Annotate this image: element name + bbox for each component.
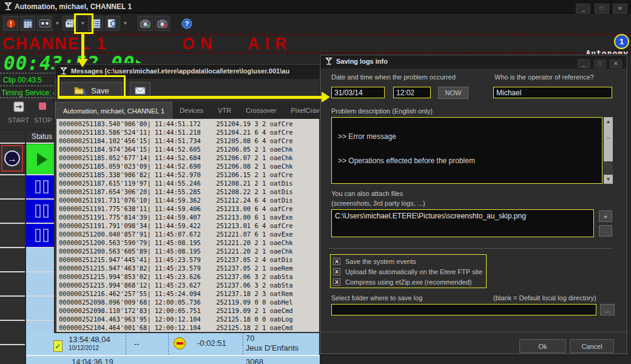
log-row[interactable]: 000000251187.615'119'97| 11:44:55.246 25… — [59, 179, 319, 187]
log-row[interactable]: 000000251191.775'638'11| 11:44:59.406 25… — [59, 204, 319, 213]
cued-marker-box: → — [1, 145, 23, 172]
log-row[interactable]: 000000251200.563'590'79| 11:45:08.195 25… — [59, 238, 319, 247]
folder-input[interactable] — [331, 304, 596, 315]
start-button[interactable]: START — [8, 116, 29, 124]
log-row[interactable]: 000000251215.947'445'41| 11:45:23.579 25… — [59, 255, 319, 264]
now-button[interactable]: NOW — [438, 87, 468, 99]
checkbox-label: Save the system events — [345, 258, 416, 265]
event-date: 10/12/2012 — [69, 345, 99, 351]
log-row[interactable]: 000000251200.563'605'89| 11:45:08.195 25… — [59, 247, 319, 255]
cassette-icon[interactable] — [37, 16, 52, 31]
log-row[interactable]: 000000251215.994'868'12| 11:45:23.627 25… — [59, 281, 319, 289]
checkbox-row[interactable]: XCompress using etZip.exe (recommended) — [333, 277, 484, 287]
ok-button[interactable]: Ok — [519, 339, 566, 353]
log-row[interactable]: 000000251216.462'257'55| 11:45:24.094 25… — [59, 289, 319, 298]
snapshot-start-icon[interactable] — [138, 16, 153, 31]
log-row[interactable]: 000000251215.947'463'82| 11:45:23.579 25… — [59, 264, 319, 272]
status-cell[interactable] — [26, 175, 58, 200]
log-row[interactable]: 000000251185.059'023'09| 11:44:52.690 25… — [59, 162, 319, 170]
playlist-index-cell[interactable] — [0, 345, 25, 364]
playlist-index-cell[interactable] — [0, 200, 25, 224]
maximize-button[interactable]: □ — [594, 59, 606, 68]
log-row[interactable]: 000000251184.974'364'15| 11:44:52.605 25… — [59, 145, 319, 153]
log-row[interactable]: 000000251183.586'524'11| 11:44:51.218 25… — [59, 128, 319, 136]
log-list[interactable]: 000000251183.540'986'80| 11:44:51.172 25… — [56, 119, 319, 332]
playlist-index-cell[interactable] — [0, 224, 25, 248]
checkbox[interactable]: X — [333, 258, 340, 265]
tab-automation-michael-channel-1[interactable]: Automation, michael, CHANNEL 1 — [55, 102, 172, 119]
log-row[interactable]: 000000251185.338'986'82| 11:44:52.970 25… — [59, 170, 319, 179]
screen: Automation, michael, CHANNEL 1 _ □ ✕ ▼ ▼… — [0, 0, 631, 364]
log-row[interactable]: 000000251185.052'677'14| 11:44:52.684 25… — [59, 153, 319, 162]
alert-icon[interactable] — [3, 16, 18, 31]
status-cell[interactable] — [26, 248, 58, 272]
minus-status-icon — [174, 337, 186, 349]
log-row[interactable]: 000000251191.791'098'34| 11:44:59.422 25… — [59, 221, 319, 230]
log-row[interactable]: 000000251183.540'986'80| 11:44:51.172 25… — [59, 120, 319, 128]
close-button[interactable]: ✕ — [610, 59, 622, 68]
calendar-icon[interactable] — [20, 16, 35, 31]
status-cell[interactable] — [26, 200, 58, 224]
attached-file-item[interactable]: C:\Users\michael.ETERE\Pictures\screensh… — [335, 212, 526, 220]
scrollbar-thumb[interactable]: = — [604, 126, 613, 161]
tab-devices[interactable]: Devices — [172, 102, 211, 119]
search-icon[interactable] — [105, 16, 120, 31]
log-row[interactable]: 000000252098.110'172'83| 12:00:05.751 25… — [59, 306, 319, 315]
event-time[interactable]: 14:04:36.19 — [72, 357, 113, 364]
event-title[interactable]: Jeux D'Enfants — [246, 343, 299, 352]
stop-icon[interactable] — [38, 101, 47, 111]
playlist-index-cell[interactable] — [0, 248, 25, 272]
maximize-button[interactable]: □ — [595, 4, 609, 13]
arrow-right-shaft — [58, 96, 322, 99]
checkbox-row[interactable]: XUpload file automatically on the Etere … — [333, 267, 484, 277]
log-row[interactable]: 000000252098.096'009'68| 12:00:05.736 25… — [59, 298, 319, 306]
log-row[interactable]: 000000251191.775'814'39| 11:44:59.407 25… — [59, 213, 319, 221]
tab-vtr[interactable]: VTR — [211, 102, 238, 119]
checkbox[interactable]: X — [333, 268, 340, 275]
log-row[interactable]: 000000251184.102'456'15| 11:44:51.734 25… — [59, 136, 319, 145]
log-row[interactable]: 000000252104.464'001'68| 12:00:12.104 25… — [59, 323, 319, 332]
playlist-index-cell[interactable]: → — [0, 144, 25, 175]
log-row[interactable]: 000000251200.040'857'91| 11:45:07.672 25… — [59, 230, 319, 238]
status-cell[interactable] — [26, 144, 58, 175]
scroll-up-icon[interactable]: ▲ — [604, 117, 613, 126]
minimize-button[interactable]: _ — [576, 4, 590, 13]
status-column-header[interactable]: Status — [26, 130, 58, 144]
close-button[interactable]: ✕ — [613, 4, 627, 13]
stop-button[interactable]: STOP — [34, 116, 55, 124]
remove-file-button[interactable]: - — [599, 225, 612, 237]
playlist-index-cell[interactable] — [0, 297, 25, 321]
envelope-icon — [135, 87, 146, 95]
status-cell[interactable] — [26, 224, 58, 248]
start-icon[interactable] — [13, 101, 24, 112]
checkbox-row[interactable]: XSave the system events — [333, 257, 484, 266]
attached-files-list[interactable]: C:\Users\michael.ETERE\Pictures\screensh… — [331, 209, 594, 237]
scroll-down-icon[interactable]: ▼ — [604, 175, 613, 184]
cancel-button[interactable]: Cancel — [570, 339, 614, 353]
minimize-button[interactable]: _ — [578, 59, 590, 68]
snapshot-stop-icon[interactable] — [155, 16, 170, 31]
log-row[interactable]: 000000251215.994'853'02| 11:45:23.626 25… — [59, 272, 319, 281]
event-time[interactable]: 13:54:48,04 — [69, 335, 110, 344]
time-input[interactable]: 12:02 — [393, 87, 431, 98]
status-cell[interactable] — [26, 272, 58, 297]
playlist-index-cell[interactable] — [0, 175, 25, 200]
date-input[interactable]: 31/03/14 — [331, 87, 385, 98]
playlist-index-cell[interactable] — [0, 321, 25, 345]
app-icon — [4, 2, 13, 11]
description-textarea[interactable]: >> Error message >> Operations effected … — [331, 117, 602, 184]
add-file-button[interactable]: + — [599, 211, 612, 222]
status-cell[interactable] — [26, 297, 58, 321]
checkbox[interactable]: X — [333, 278, 340, 286]
cassette-dropdown-icon[interactable]: ▼ — [54, 16, 61, 31]
help-icon[interactable]: ? — [179, 16, 194, 31]
search-dropdown-icon[interactable]: ▼ — [122, 16, 129, 31]
playlist-index-cell[interactable] — [0, 272, 25, 297]
log-row[interactable]: 000000252104.463'963'95| 12:00:12.104 25… — [59, 315, 319, 323]
description-scrollbar[interactable]: ▲ = ▼ — [604, 117, 613, 184]
tab-crossover[interactable]: Crossover — [238, 102, 283, 119]
operator-input[interactable]: Michael — [493, 87, 612, 98]
browse-button[interactable]: ... — [600, 304, 615, 315]
log-row[interactable]: 000000251191.731'076'10| 11:44:59.362 25… — [59, 196, 319, 204]
log-row[interactable]: 000000251187.654'306'20| 11:44:55.285 25… — [59, 187, 319, 196]
